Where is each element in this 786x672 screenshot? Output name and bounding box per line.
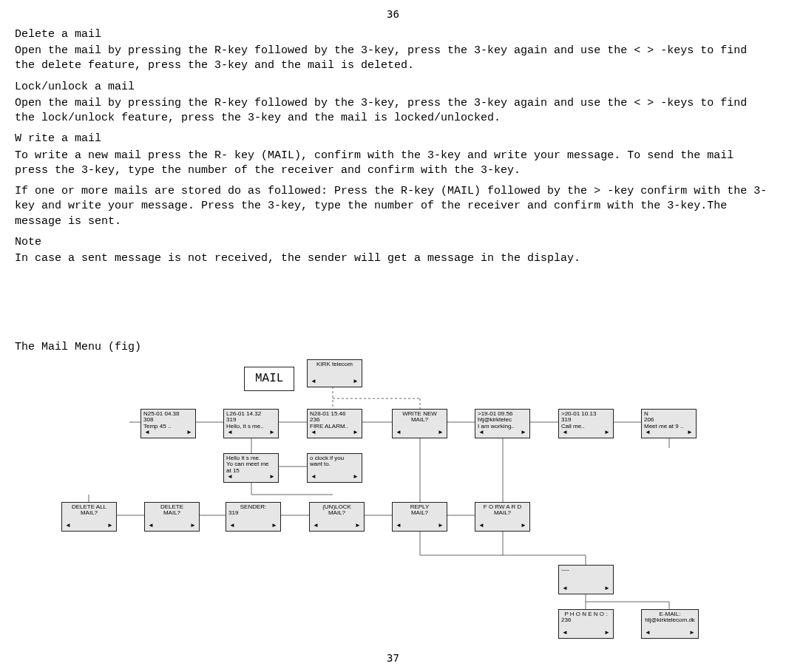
row1-b3-l2: MAIL?	[395, 417, 444, 424]
right-arrow-icon: ►	[353, 379, 359, 385]
mail-label-text: MAIL	[255, 372, 283, 385]
right-arrow-icon: ►	[438, 523, 444, 529]
row4-b0-dashes: ---- ◄►	[558, 565, 614, 594]
row2-b0: Hello it s me. Yo can meet me at 15 ◄►	[223, 453, 279, 483]
left-arrow-icon: ◄	[396, 430, 402, 436]
right-arrow-icon: ►	[355, 523, 361, 529]
row3-b2-l2: 319	[228, 510, 278, 517]
row2-b1: o clock if you want to. ◄►	[307, 453, 362, 483]
right-arrow-icon: ►	[521, 430, 526, 436]
note-heading: Note	[15, 235, 771, 250]
row5-b1-email: E-MAIL: htj@kirktelecom.dk ◄►	[641, 609, 699, 639]
right-arrow-icon: ►	[353, 430, 359, 436]
row1-b1: L26-01 14.32 319 Hello, it s me.. ◄►	[223, 409, 279, 438]
note-body: In case a sent message is not received, …	[15, 251, 771, 266]
right-arrow-icon: ►	[269, 474, 275, 481]
left-arrow-icon: ◄	[562, 586, 568, 592]
left-arrow-icon: ◄	[645, 430, 651, 436]
right-arrow-icon: ►	[604, 586, 610, 592]
right-arrow-icon: ►	[687, 430, 693, 436]
page-number-top: 36	[15, 7, 771, 21]
row3-b3-unlock: (UN)LOCK MAIL? ◄►	[309, 502, 365, 532]
lock-body: Open the mail by pressing the R-key foll…	[15, 96, 771, 126]
left-arrow-icon: ◄	[645, 630, 651, 637]
row3-b5-forward: F O RW A R D MAIL? ◄►	[475, 502, 530, 532]
delete-heading: Delete a mail	[15, 27, 771, 42]
row1-b6: N 206 Meet me at 9 .. ◄►	[641, 409, 697, 438]
right-arrow-icon: ►	[521, 523, 526, 529]
row5-b0-phoneno: P H O N E N O : 236 ◄►	[558, 609, 614, 639]
row3-b4-reply: REPLY MAIL? ◄►	[392, 502, 447, 532]
right-arrow-icon: ►	[604, 630, 610, 637]
row3-b3-l2: MAIL?	[312, 510, 362, 517]
row5-b1-l2: htj@kirktelecom.dk	[644, 617, 696, 624]
right-arrow-icon: ►	[353, 474, 359, 481]
kirk-box: KIRK telecom ◄►	[307, 359, 362, 387]
row1-b4: >19-01 09.56 htj@kirktelec I am working.…	[475, 409, 530, 438]
mail-menu-diagram: MAIL KIRK telecom ◄► N25-01 04.38 308 Te…	[15, 356, 754, 651]
left-arrow-icon: ◄	[313, 523, 319, 529]
left-arrow-icon: ◄	[311, 430, 316, 436]
left-arrow-icon: ◄	[148, 523, 154, 529]
diagram-connectors	[15, 356, 754, 651]
right-arrow-icon: ►	[107, 523, 113, 529]
mail-menu-title: The Mail Menu (fig)	[15, 340, 771, 355]
left-arrow-icon: ◄	[478, 523, 484, 529]
left-arrow-icon: ◄	[227, 474, 233, 481]
row3-b1-l2: MAIL?	[147, 510, 197, 517]
right-arrow-icon: ►	[604, 430, 610, 436]
row3-b1-delete: DELETE MAIL? ◄►	[144, 502, 200, 532]
left-arrow-icon: ◄	[562, 430, 568, 436]
row3-b5-l2: MAIL?	[478, 510, 527, 517]
row4-b0-l1: ----	[561, 567, 611, 574]
right-arrow-icon: ►	[190, 523, 196, 529]
kirk-line1: KIRK telecom	[310, 362, 359, 368]
left-arrow-icon: ◄	[311, 474, 316, 481]
row3-b4-l2: MAIL?	[395, 510, 444, 517]
left-arrow-icon: ◄	[311, 379, 316, 385]
right-arrow-icon: ►	[689, 630, 695, 637]
left-arrow-icon: ◄	[65, 523, 71, 529]
row1-b0: N25-01 04.38 308 Temp 45 .. ◄►	[140, 409, 196, 438]
mail-label-box: MAIL	[244, 367, 294, 392]
left-arrow-icon: ◄	[144, 430, 150, 436]
left-arrow-icon: ◄	[478, 430, 484, 436]
right-arrow-icon: ►	[186, 430, 192, 436]
right-arrow-icon: ►	[269, 430, 275, 436]
row2-b1-l2: want to.	[310, 461, 359, 468]
right-arrow-icon: ►	[271, 523, 277, 529]
left-arrow-icon: ◄	[562, 630, 568, 637]
right-arrow-icon: ►	[438, 430, 444, 436]
stored-body: If one or more mails are stored do as fo…	[15, 184, 771, 229]
row1-b3-write-new: WRITE NEW MAIL? ◄►	[392, 409, 447, 438]
lock-heading: Lock/unlock a mail	[15, 80, 771, 95]
row5-b0-l2: 236	[561, 617, 611, 624]
row1-b5: >20-01 10.13 319 Call me.. ◄►	[558, 409, 614, 438]
left-arrow-icon: ◄	[396, 523, 402, 529]
delete-body: Open the mail by pressing the R-key foll…	[15, 44, 771, 74]
page-number-bottom: 37	[15, 651, 771, 665]
row3-b2-sender: SENDER: 319 ◄►	[226, 502, 281, 532]
write-heading: W rite a mail	[15, 132, 771, 146]
row3-b0-delete-all: DELETE ALL MAIL? ◄►	[61, 502, 117, 532]
row1-b2: N28-01 15.46 236 FIRE ALARM.. ◄►	[307, 409, 362, 438]
left-arrow-icon: ◄	[227, 430, 233, 436]
left-arrow-icon: ◄	[229, 523, 235, 529]
row3-b0-l2: MAIL?	[64, 510, 114, 517]
write-body: To write a new mail press the R- key (MA…	[15, 149, 771, 179]
